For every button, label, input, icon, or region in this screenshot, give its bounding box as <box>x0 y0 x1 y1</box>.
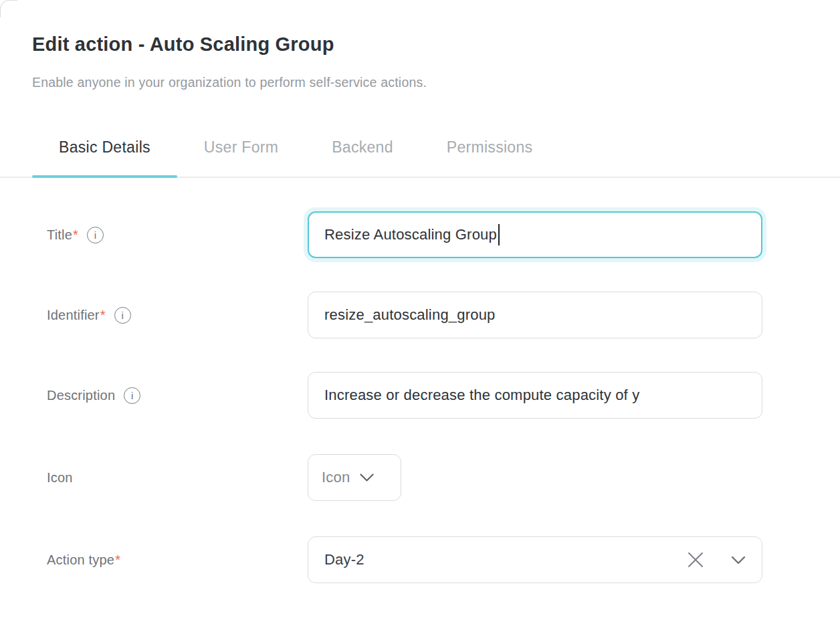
action-type-input-col: Day-2 <box>308 536 762 583</box>
form-row-description: Description i Increase or decrease the c… <box>47 372 762 419</box>
identifier-label-group: Identifier* i <box>47 307 308 324</box>
edit-action-panel: Edit action - Auto Scaling Group Enable … <box>0 0 840 626</box>
clear-selection-button[interactable] <box>687 551 704 568</box>
identifier-input-value: resize_autoscaling_group <box>324 306 496 324</box>
identifier-label: Identifier <box>47 308 100 323</box>
info-icon[interactable]: i <box>114 307 131 324</box>
basic-details-form: Title* i Resize Autoscaling Group Identi… <box>0 178 840 583</box>
tab-basic-details[interactable]: Basic Details <box>32 127 177 177</box>
tab-user-form[interactable]: User Form <box>177 127 305 177</box>
tab-label: Permissions <box>447 138 533 156</box>
tab-label: Basic Details <box>59 138 150 156</box>
page-title: Edit action - Auto Scaling Group <box>32 32 808 56</box>
tabs-bar: Basic Details User Form Backend Permissi… <box>0 127 840 178</box>
action-type-label-group: Action type* <box>47 552 308 568</box>
description-label: Description <box>47 388 115 403</box>
action-type-value: Day-2 <box>324 551 687 568</box>
page-subtitle: Enable anyone in your organization to pe… <box>32 74 808 91</box>
form-row-identifier: Identifier* i resize_autoscaling_group <box>47 292 762 338</box>
title-label: Title <box>47 227 72 243</box>
icon-input-col: Icon <box>308 454 762 501</box>
description-input-col: Increase or decrease the compute capacit… <box>308 372 762 419</box>
icon-label: Icon <box>47 470 73 486</box>
info-icon[interactable]: i <box>87 227 104 243</box>
tab-backend[interactable]: Backend <box>305 127 420 177</box>
close-icon <box>687 551 704 568</box>
title-input-value: Resize Autoscaling Group <box>324 226 497 243</box>
required-asterisk: * <box>115 552 120 568</box>
text-caret <box>498 224 500 245</box>
chevron-down-icon <box>360 474 374 482</box>
form-row-action-type: Action type* Day-2 <box>47 536 762 583</box>
icon-dropdown-value: Icon <box>322 469 350 486</box>
description-input-value: Increase or decrease the compute capacit… <box>324 387 639 404</box>
identifier-input-col: resize_autoscaling_group <box>308 292 762 338</box>
tab-permissions[interactable]: Permissions <box>420 127 560 177</box>
header: Edit action - Auto Scaling Group Enable … <box>0 0 840 91</box>
info-icon[interactable]: i <box>124 387 140 404</box>
identifier-input[interactable]: resize_autoscaling_group <box>308 292 762 338</box>
title-label-group: Title* i <box>47 227 308 243</box>
icon-dropdown[interactable]: Icon <box>308 454 401 501</box>
action-type-label: Action type <box>47 552 114 568</box>
icon-label-group: Icon <box>47 470 308 486</box>
description-input[interactable]: Increase or decrease the compute capacit… <box>308 372 762 419</box>
description-label-group: Description i <box>47 387 308 404</box>
title-input-col: Resize Autoscaling Group <box>308 211 762 258</box>
required-asterisk: * <box>100 308 106 323</box>
chevron-down-icon <box>731 556 746 564</box>
required-asterisk: * <box>73 227 78 243</box>
form-row-icon: Icon Icon <box>47 454 762 501</box>
title-input[interactable]: Resize Autoscaling Group <box>308 211 762 258</box>
form-row-title: Title* i Resize Autoscaling Group <box>47 211 762 258</box>
tab-label: User Form <box>204 138 278 156</box>
action-type-select[interactable]: Day-2 <box>308 536 762 583</box>
tab-label: Backend <box>332 138 393 156</box>
